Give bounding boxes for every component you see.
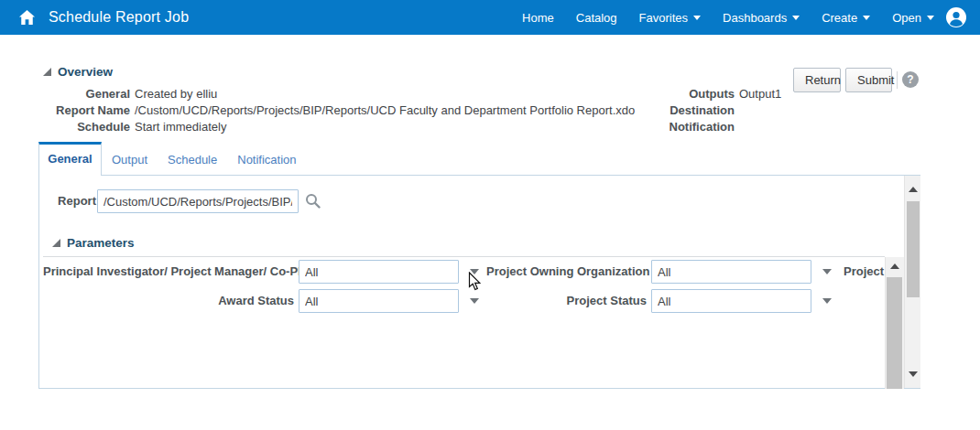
- field-value: Created by elliu: [135, 87, 635, 101]
- param-input-award-status[interactable]: [299, 289, 459, 313]
- overview-right-summary: Outputs Output1 Destination Notification: [632, 87, 781, 134]
- divider: [897, 71, 898, 89]
- parameters-title: Parameters: [67, 236, 135, 250]
- chevron-down-icon: [927, 16, 934, 20]
- field-label: Notification: [632, 120, 735, 134]
- content-scrollbar[interactable]: [904, 176, 920, 388]
- field-label: Outputs: [632, 87, 735, 101]
- nav-home[interactable]: Home: [522, 11, 554, 25]
- dropdown-arrow-icon[interactable]: [470, 269, 479, 274]
- param-label-principal-investigator: Principal Investigator/ Project Manager/…: [43, 260, 294, 284]
- param-label-project-status: Project Status: [486, 289, 647, 313]
- collapse-triangle-icon: [52, 239, 60, 247]
- param-input-project-status[interactable]: [651, 289, 811, 313]
- param-input-project-owning-organization[interactable]: [651, 260, 811, 284]
- parameters-section-header[interactable]: Parameters: [52, 236, 135, 250]
- tab-bar: Output Schedule Notification: [112, 146, 297, 174]
- nav-favorites[interactable]: Favorites: [639, 11, 701, 25]
- help-icon[interactable]: ?: [902, 71, 919, 88]
- field-value: /Custom/UCD/Reports/Projects/BIP/Reports…: [135, 103, 635, 117]
- field-label: Destination: [632, 103, 735, 117]
- tab-schedule[interactable]: Schedule: [168, 146, 217, 174]
- submit-button[interactable]: Submit: [845, 68, 892, 92]
- dropdown-arrow-icon[interactable]: [470, 298, 479, 304]
- general-tab-panel: Report Parameters Principal Investigator…: [38, 175, 920, 389]
- nav-open[interactable]: Open: [892, 11, 934, 25]
- param-input-principal-investigator[interactable]: [299, 260, 459, 284]
- top-navigation: Home Catalog Favorites Dashboards Create…: [522, 0, 934, 35]
- field-value: Output1: [739, 87, 781, 101]
- tab-notification[interactable]: Notification: [237, 146, 296, 174]
- divider: [43, 256, 885, 257]
- overview-section-header[interactable]: Overview: [43, 65, 113, 79]
- user-avatar-icon[interactable]: [945, 6, 967, 28]
- field-value: [739, 120, 781, 134]
- field-label: General: [38, 87, 130, 101]
- param-label-project-owning-organization: Project Owning Organization: [486, 260, 647, 284]
- overview-title: Overview: [58, 65, 113, 79]
- chevron-down-icon: [792, 16, 800, 20]
- field-label: Schedule: [38, 120, 130, 134]
- home-icon[interactable]: [18, 9, 36, 26]
- app-header: Schedule Report Job Home Catalog Favorit…: [0, 0, 980, 35]
- overview-left-summary: General Created by elliu Report Name /Cu…: [38, 87, 635, 134]
- chevron-down-icon: [863, 16, 870, 20]
- collapse-triangle-icon: [43, 68, 51, 76]
- page-title: Schedule Report Job: [49, 9, 189, 26]
- nav-catalog[interactable]: Catalog: [576, 11, 617, 25]
- nav-dashboards[interactable]: Dashboards: [723, 11, 800, 25]
- report-label: Report: [49, 194, 96, 208]
- dropdown-arrow-icon[interactable]: [822, 298, 832, 304]
- field-value: [739, 103, 781, 117]
- param-label-award-status: Award Status: [43, 289, 294, 313]
- parameters-scrollbar[interactable]: [885, 257, 904, 389]
- scrollbar-thumb[interactable]: [907, 201, 920, 297]
- tab-general[interactable]: General: [38, 142, 102, 176]
- field-label: Report Name: [38, 103, 130, 117]
- scrollbar-thumb[interactable]: [887, 277, 902, 389]
- scroll-down-icon[interactable]: [909, 371, 918, 377]
- schedule-report-job-page: Schedule Report Job Home Catalog Favorit…: [0, 0, 980, 430]
- tab-output[interactable]: Output: [112, 146, 147, 174]
- scroll-up-icon[interactable]: [890, 263, 899, 269]
- search-icon[interactable]: [305, 193, 321, 211]
- report-path-input[interactable]: [97, 189, 299, 213]
- chevron-down-icon: [693, 16, 701, 20]
- nav-create[interactable]: Create: [822, 11, 870, 25]
- dropdown-arrow-icon[interactable]: [822, 269, 832, 274]
- return-button[interactable]: Return: [793, 68, 841, 92]
- field-value: Start immediately: [135, 120, 635, 134]
- scroll-up-icon[interactable]: [909, 187, 918, 192]
